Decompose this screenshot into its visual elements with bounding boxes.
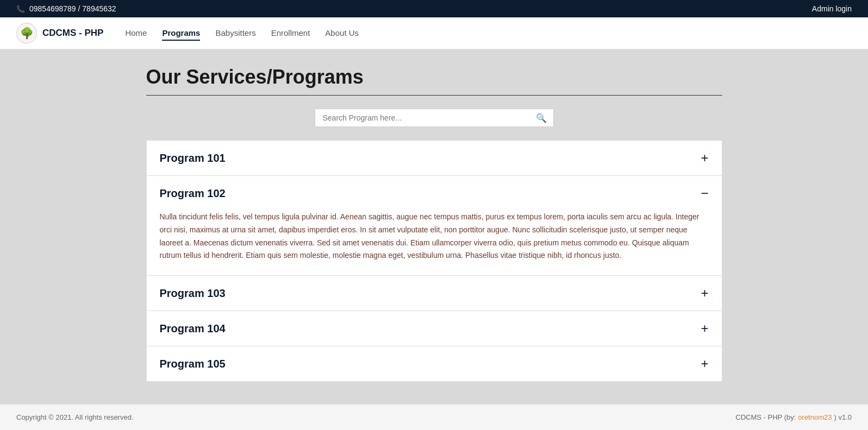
accordion-content-102: Nulla tincidunt felis felis, vel tempus … — [160, 212, 700, 260]
accordion-toggle-104: + — [701, 322, 708, 335]
accordion-header-103[interactable]: Program 103 + — [147, 276, 722, 311]
search-input[interactable] — [315, 109, 529, 127]
phone-text: 09854698789 / 78945632 — [29, 4, 116, 13]
footer-right: CDCMS - PHP (by: oretnom23 ) v1.0 — [735, 413, 852, 421]
nav-item-programs[interactable]: Programs — [162, 28, 200, 38]
accordion-header-104[interactable]: Program 104 + — [147, 311, 722, 346]
admin-login-link[interactable]: Admin login — [812, 4, 852, 13]
nav-item-enrollment[interactable]: Enrollment — [271, 28, 310, 38]
nav-link-programs[interactable]: Programs — [162, 28, 200, 41]
search-icon: 🔍 — [536, 113, 547, 123]
nav-link-babysitters[interactable]: Babysitters — [215, 28, 255, 40]
brand-logo-link[interactable]: 🌳 CDCMS - PHP — [16, 23, 103, 43]
accordion-title-102: Program 102 — [160, 187, 226, 200]
programs-accordion: Program 101 + Program 102 − Nulla tincid… — [146, 140, 722, 382]
footer-right-suffix: ) v1.0 — [834, 413, 852, 421]
accordion-title-105: Program 105 — [160, 358, 226, 370]
accordion-item-102: Program 102 − Nulla tincidunt felis feli… — [147, 176, 722, 276]
accordion-header-105[interactable]: Program 105 + — [147, 346, 722, 381]
accordion-header-102[interactable]: Program 102 − — [147, 176, 722, 211]
accordion-toggle-105: + — [701, 357, 708, 370]
accordion-item-104: Program 104 + — [147, 311, 722, 346]
nav-link-about[interactable]: About Us — [325, 28, 359, 40]
accordion-toggle-101: + — [701, 151, 708, 165]
accordion-title-104: Program 104 — [160, 322, 226, 335]
navbar: 🌳 CDCMS - PHP Home Programs Babysitters … — [0, 17, 868, 49]
accordion-body-102: Nulla tincidunt felis felis, vel tempus … — [147, 211, 722, 275]
search-container: 🔍 — [146, 109, 722, 127]
footer-right-text: CDCMS - PHP (by: — [735, 413, 796, 421]
nav-item-babysitters[interactable]: Babysitters — [215, 28, 255, 38]
page-title: Our Services/Programs — [146, 66, 722, 88]
nav-item-about[interactable]: About Us — [325, 28, 359, 38]
accordion-item-105: Program 105 + — [147, 346, 722, 381]
nav-item-home[interactable]: Home — [125, 28, 147, 38]
footer-author-link[interactable]: oretnom23 — [798, 413, 832, 421]
footer-copyright: Copyright © 2021. All rights reserved. — [16, 413, 134, 421]
accordion-toggle-102: − — [701, 187, 708, 200]
accordion-title-103: Program 103 — [160, 287, 226, 300]
accordion-item-103: Program 103 + — [147, 276, 722, 311]
accordion-item-101: Program 101 + — [147, 141, 722, 176]
brand-name: CDCMS - PHP — [42, 28, 103, 39]
accordion-header-101[interactable]: Program 101 + — [147, 141, 722, 175]
search-box: 🔍 — [315, 109, 554, 127]
search-button[interactable]: 🔍 — [529, 109, 553, 127]
footer: Copyright © 2021. All rights reserved. C… — [0, 404, 868, 430]
phone-number: 09854698789 / 78945632 — [16, 4, 116, 13]
nav-menu: Home Programs Babysitters Enrollment Abo… — [125, 28, 359, 38]
main-content: Our Services/Programs 🔍 Program 101 + Pr… — [135, 49, 733, 414]
nav-link-home[interactable]: Home — [125, 28, 147, 40]
nav-link-enrollment[interactable]: Enrollment — [271, 28, 310, 40]
brand-logo: 🌳 — [16, 23, 37, 43]
topbar: 09854698789 / 78945632 Admin login — [0, 0, 868, 17]
title-divider — [146, 95, 722, 96]
accordion-toggle-103: + — [701, 287, 708, 300]
accordion-title-101: Program 101 — [160, 152, 226, 165]
